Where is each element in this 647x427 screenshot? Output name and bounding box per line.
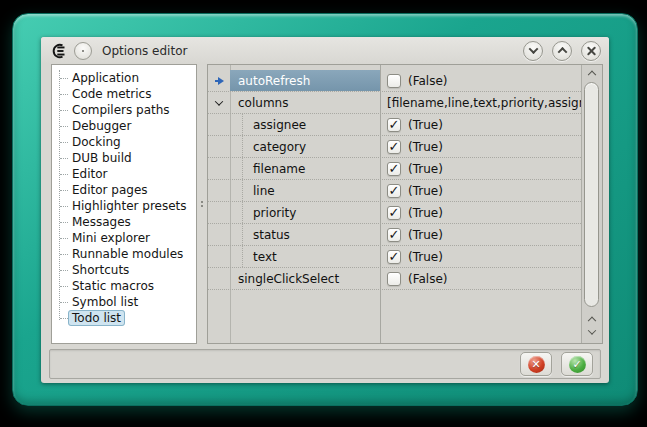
property-value[interactable]: ✓(True) bbox=[380, 158, 581, 179]
sidebar-item-label: Docking bbox=[72, 135, 121, 149]
property-value[interactable]: ✓(False) bbox=[380, 70, 581, 91]
sidebar-item-label: Static macros bbox=[72, 279, 154, 293]
row-gutter bbox=[208, 202, 230, 223]
panel-splitter[interactable] bbox=[197, 64, 207, 344]
value-label: (True) bbox=[408, 206, 443, 220]
property-value[interactable]: ✓(True) bbox=[380, 246, 581, 267]
sidebar-item-editor-pages[interactable]: Editor pages bbox=[52, 182, 196, 198]
cancel-x-icon: ✕ bbox=[528, 356, 545, 373]
sidebar-item-label: Editor bbox=[72, 167, 108, 181]
sidebar-tree: ApplicationCode metricsCompilers pathsDe… bbox=[52, 65, 196, 326]
sidebar-item-dub-build[interactable]: DUB build bbox=[52, 150, 196, 166]
property-name: singleClickSelect bbox=[230, 268, 380, 289]
property-value[interactable]: ✓(False) bbox=[380, 268, 581, 289]
scroll-up-icon[interactable] bbox=[582, 69, 602, 75]
titlebar-buttons bbox=[523, 41, 601, 61]
titlebar[interactable]: Options editor bbox=[41, 37, 609, 64]
property-name: line bbox=[230, 180, 380, 201]
row-gutter bbox=[208, 136, 230, 157]
grid-row-category[interactable]: category✓(True) bbox=[208, 136, 581, 158]
value-label: (False) bbox=[408, 74, 448, 88]
checkbox-autoRefresh[interactable]: ✓ bbox=[387, 74, 401, 88]
property-value[interactable]: [filename,line,text,priority,assigne bbox=[380, 92, 581, 113]
screenshot-background: Options editor ApplicationCode metricsCo… bbox=[0, 0, 647, 427]
sidebar-item-docking[interactable]: Docking bbox=[52, 134, 196, 150]
property-name: filename bbox=[230, 158, 380, 179]
row-gutter bbox=[208, 268, 230, 289]
sidebar-item-mini-explorer[interactable]: Mini explorer bbox=[52, 230, 196, 246]
sidebar-item-symbol-list[interactable]: Symbol list bbox=[52, 294, 196, 310]
window-menu-button[interactable] bbox=[74, 42, 92, 60]
checkbox-filename[interactable]: ✓ bbox=[387, 162, 401, 176]
property-name: status bbox=[230, 224, 380, 245]
sidebar-item-label: Highlighter presets bbox=[72, 199, 187, 213]
property-name: autoRefresh bbox=[230, 70, 380, 91]
sidebar-item-shortcuts[interactable]: Shortcuts bbox=[52, 262, 196, 278]
sidebar-item-application[interactable]: Application bbox=[52, 70, 196, 86]
sidebar-item-label: Application bbox=[72, 71, 139, 85]
property-value[interactable]: ✓(True) bbox=[380, 114, 581, 135]
sidebar-item-static-macros[interactable]: Static macros bbox=[52, 278, 196, 294]
grid-row-columns[interactable]: columns[filename,line,text,priority,assi… bbox=[208, 92, 581, 114]
vertical-scrollbar[interactable] bbox=[581, 65, 602, 343]
grid-row-singleClickSelect[interactable]: singleClickSelect✓(False) bbox=[208, 268, 581, 290]
window-body: Options editor ApplicationCode metricsCo… bbox=[41, 37, 609, 383]
property-name: priority bbox=[230, 202, 380, 223]
sidebar-item-editor[interactable]: Editor bbox=[52, 166, 196, 182]
sidebar-item-highlighter-presets[interactable]: Highlighter presets bbox=[52, 198, 196, 214]
maximize-button[interactable] bbox=[552, 41, 572, 61]
row-gutter bbox=[208, 180, 230, 201]
sidebar-item-messages[interactable]: Messages bbox=[52, 214, 196, 230]
grid-row-autoRefresh[interactable]: autoRefresh✓(False) bbox=[208, 70, 581, 92]
row-gutter bbox=[208, 114, 230, 135]
sidebar-item-label: Editor pages bbox=[72, 183, 148, 197]
sidebar-item-label: Runnable modules bbox=[72, 247, 183, 261]
grid-row-line[interactable]: line✓(True) bbox=[208, 180, 581, 202]
checkbox-priority[interactable]: ✓ bbox=[387, 206, 401, 220]
window-title: Options editor bbox=[102, 44, 187, 58]
value-label: (True) bbox=[408, 184, 443, 198]
sidebar-item-label: Compilers paths bbox=[72, 103, 170, 117]
categories-panel: ApplicationCode metricsCompilers pathsDe… bbox=[51, 64, 197, 344]
value-label: (False) bbox=[408, 272, 448, 286]
sidebar-item-compilers-paths[interactable]: Compilers paths bbox=[52, 102, 196, 118]
minimize-button[interactable] bbox=[523, 41, 543, 61]
ok-check-icon: ✓ bbox=[569, 356, 586, 373]
sidebar-item-todo-list[interactable]: Todo list bbox=[52, 310, 196, 326]
close-icon bbox=[586, 45, 597, 56]
cancel-button[interactable]: ✕ bbox=[520, 352, 552, 376]
scroll-up-icon[interactable] bbox=[582, 315, 602, 321]
arrow-right-icon[interactable] bbox=[208, 70, 230, 91]
checkbox-assignee[interactable]: ✓ bbox=[387, 118, 401, 132]
chevron-down-icon[interactable] bbox=[208, 92, 230, 113]
scrollbar-thumb[interactable] bbox=[584, 82, 599, 307]
checkbox-text[interactable]: ✓ bbox=[387, 250, 401, 264]
checkbox-line[interactable]: ✓ bbox=[387, 184, 401, 198]
sidebar-item-label: Shortcuts bbox=[72, 263, 129, 277]
checkbox-status[interactable]: ✓ bbox=[387, 228, 401, 242]
sidebar-item-label: DUB build bbox=[72, 151, 132, 165]
chevron-up-icon bbox=[557, 47, 567, 57]
checkbox-singleClickSelect[interactable]: ✓ bbox=[387, 272, 401, 286]
property-name: category bbox=[230, 136, 380, 157]
ok-button[interactable]: ✓ bbox=[561, 352, 593, 376]
property-value[interactable]: ✓(True) bbox=[380, 202, 581, 223]
sidebar-item-code-metrics[interactable]: Code metrics bbox=[52, 86, 196, 102]
sidebar-item-runnable-modules[interactable]: Runnable modules bbox=[52, 246, 196, 262]
sidebar-item-label: Debugger bbox=[72, 119, 131, 133]
grid-row-text[interactable]: text✓(True) bbox=[208, 246, 581, 268]
grid-row-filename[interactable]: filename✓(True) bbox=[208, 158, 581, 180]
sidebar-item-debugger[interactable]: Debugger bbox=[52, 118, 196, 134]
property-value[interactable]: ✓(True) bbox=[380, 180, 581, 201]
property-value[interactable]: ✓(True) bbox=[380, 136, 581, 157]
close-button[interactable] bbox=[581, 41, 601, 61]
grid-rows: autoRefresh✓(False)columns[filename,line… bbox=[208, 70, 581, 290]
grid-row-status[interactable]: status✓(True) bbox=[208, 224, 581, 246]
scroll-down-icon[interactable] bbox=[582, 329, 602, 335]
property-grid: autoRefresh✓(False)columns[filename,line… bbox=[207, 64, 603, 344]
property-value[interactable]: ✓(True) bbox=[380, 224, 581, 245]
grid-row-priority[interactable]: priority✓(True) bbox=[208, 202, 581, 224]
grid-row-assignee[interactable]: assignee✓(True) bbox=[208, 114, 581, 136]
value-label: (True) bbox=[408, 250, 443, 264]
checkbox-category[interactable]: ✓ bbox=[387, 140, 401, 154]
